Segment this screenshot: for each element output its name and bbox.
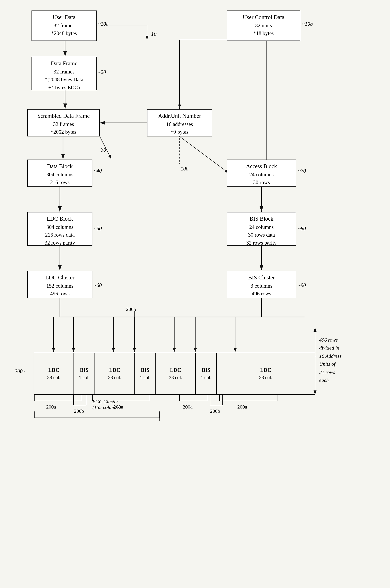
data-block-box: Data Block 304 columns 216 rows [27,160,93,187]
label-40: ~40 [94,168,102,174]
label-90: ~90 [298,282,306,288]
label-200a-3: 200a [183,404,193,410]
ecc-cluster-table: LDC 38 col. BIS 1 col. LDC 38 col. BIS 1… [34,353,315,395]
label-200a-4: 200a [237,404,247,410]
ldc-block-box: LDC Block 304 columns 216 rows data 32 r… [27,212,93,246]
label-10: 10 [151,31,156,37]
diagram-container: User Data 32 frames *2048 bytes User Con… [0,0,390,588]
label-200a-1: 200a [46,404,56,410]
bis-block-box: BIS Block 24 columns 30 rows data 32 row… [227,212,296,246]
label-60: ~60 [94,282,102,288]
ldc-cluster-box: LDC Cluster 152 columns 496 rows [27,271,93,298]
ecc-ldc-2: LDC 38 col. [95,353,135,394]
label-100: 100 [181,166,189,172]
bis-cluster-box: BIS Cluster 3 columns 496 rows [227,271,296,298]
label-10b: ~10b [302,21,313,27]
addr-unit-number-box: Addr.Unit Number 16 addresses *9 bytes [147,109,212,136]
ecc-bis-3: BIS 1 col. [196,353,217,394]
access-block-box: Access Block 24 columns 30 rows [227,160,296,187]
scrambled-data-frame-box: Scrambled Data Frame 32 frames *2052 byt… [27,109,100,136]
label-50: ~50 [94,226,102,231]
label-200b-2: 200b [210,408,220,414]
label-200b-top: 200b [126,307,136,312]
ecc-bis-2: BIS 1 col. [135,353,156,394]
data-frame-box: Data Frame 32 frames *(2048 bytes Data +… [32,57,97,90]
rows-note: 496 rowsdivided in16 AddressUnits of31 r… [319,336,341,384]
ecc-ldc-3: LDC 38 col. [156,353,196,394]
ecc-ldc-4: LDC 38 col. [217,353,315,394]
ecc-ldc-1: LDC 38 col. [34,353,74,394]
label-30: 30 [101,147,106,153]
label-200b-1: 200b [74,408,84,414]
label-80: ~80 [298,226,306,231]
label-200a-2: 200a [113,404,123,410]
label-200: 200~ [15,368,25,374]
label-70: ~70 [298,168,306,174]
label-20: ~20 [98,69,106,75]
label-10a: ~10a [98,21,109,27]
user-data-box: User Data 32 frames *2048 bytes [32,10,97,41]
user-control-data-box: User Control Data 32 units *18 bytes [227,10,300,41]
ecc-bis-1: BIS 1 col. [74,353,95,394]
